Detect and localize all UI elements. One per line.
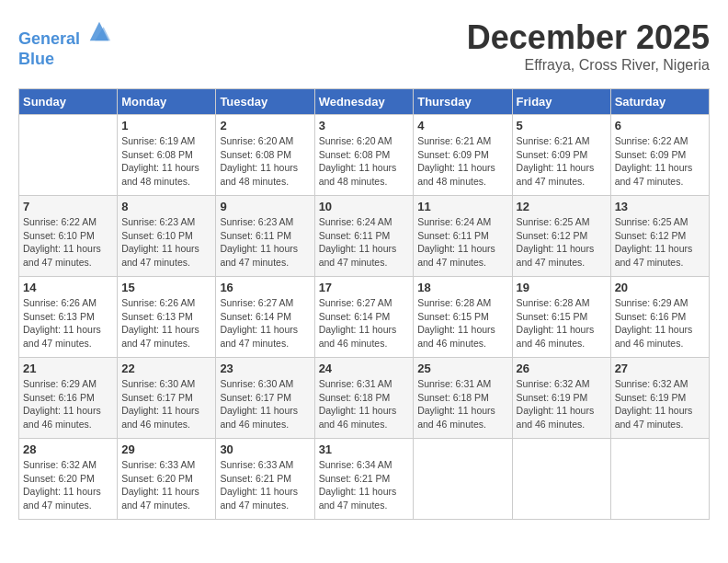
location-title: Effraya, Cross River, Nigeria [467,57,710,74]
day-info: Sunrise: 6:30 AM Sunset: 6:17 PM Dayligh… [121,377,211,431]
logo-general: General [18,29,80,48]
title-area: December 2025 Effraya, Cross River, Nige… [467,18,710,74]
weekday-header-cell: Thursday [414,89,512,115]
day-number: 26 [517,362,607,375]
calendar-cell: 11Sunrise: 6:24 AM Sunset: 6:11 PM Dayli… [414,196,512,277]
calendar-cell: 19Sunrise: 6:28 AM Sunset: 6:15 PM Dayli… [512,277,610,358]
calendar-week-row: 14Sunrise: 6:26 AM Sunset: 6:13 PM Dayli… [19,277,710,358]
calendar-week-row: 1Sunrise: 6:19 AM Sunset: 6:08 PM Daylig… [19,115,710,196]
day-info: Sunrise: 6:34 AM Sunset: 6:21 PM Dayligh… [319,458,410,512]
day-number: 29 [121,442,211,456]
day-info: Sunrise: 6:28 AM Sunset: 6:15 PM Dayligh… [417,296,507,350]
calendar-cell: 27Sunrise: 6:32 AM Sunset: 6:19 PM Dayli… [610,358,709,439]
calendar-week-row: 28Sunrise: 6:32 AM Sunset: 6:20 PM Dayli… [19,439,710,520]
day-info: Sunrise: 6:22 AM Sunset: 6:10 PM Dayligh… [23,215,113,270]
calendar-week-row: 21Sunrise: 6:29 AM Sunset: 6:16 PM Dayli… [19,358,710,439]
weekday-header-cell: Monday [118,89,216,115]
day-info: Sunrise: 6:27 AM Sunset: 6:14 PM Dayligh… [220,296,310,350]
day-number: 21 [23,362,113,375]
day-info: Sunrise: 6:33 AM Sunset: 6:20 PM Dayligh… [121,458,211,512]
calendar-cell [512,439,610,520]
day-number: 23 [220,362,310,375]
day-info: Sunrise: 6:25 AM Sunset: 6:12 PM Dayligh… [615,215,705,270]
day-info: Sunrise: 6:20 AM Sunset: 6:08 PM Dayligh… [319,134,410,189]
calendar-week-row: 7Sunrise: 6:22 AM Sunset: 6:10 PM Daylig… [19,196,710,277]
day-info: Sunrise: 6:29 AM Sunset: 6:16 PM Dayligh… [23,377,113,431]
calendar-cell: 16Sunrise: 6:27 AM Sunset: 6:14 PM Dayli… [216,277,314,358]
day-number: 13 [615,200,705,213]
calendar-cell: 2Sunrise: 6:20 AM Sunset: 6:08 PM Daylig… [216,115,314,196]
logo-icon [86,18,112,44]
day-info: Sunrise: 6:24 AM Sunset: 6:11 PM Dayligh… [319,215,410,270]
calendar-cell: 31Sunrise: 6:34 AM Sunset: 6:21 PM Dayli… [314,439,414,520]
calendar-cell [414,439,512,520]
day-info: Sunrise: 6:33 AM Sunset: 6:21 PM Dayligh… [220,458,310,512]
calendar-cell: 21Sunrise: 6:29 AM Sunset: 6:16 PM Dayli… [19,358,118,439]
day-number: 7 [23,200,113,213]
day-number: 22 [121,362,211,375]
day-info: Sunrise: 6:26 AM Sunset: 6:13 PM Dayligh… [23,296,113,350]
day-info: Sunrise: 6:21 AM Sunset: 6:09 PM Dayligh… [417,134,507,189]
logo-blue: Blue [18,50,54,68]
month-title: December 2025 [467,18,710,57]
calendar-table: SundayMondayTuesdayWednesdayThursdayFrid… [18,88,710,520]
calendar-cell: 14Sunrise: 6:26 AM Sunset: 6:13 PM Dayli… [19,277,118,358]
day-number: 27 [615,362,705,375]
day-info: Sunrise: 6:28 AM Sunset: 6:15 PM Dayligh… [517,296,607,350]
calendar-cell: 29Sunrise: 6:33 AM Sunset: 6:20 PM Dayli… [118,439,216,520]
calendar-cell: 12Sunrise: 6:25 AM Sunset: 6:12 PM Dayli… [512,196,610,277]
day-number: 19 [517,281,607,294]
day-info: Sunrise: 6:19 AM Sunset: 6:08 PM Dayligh… [121,134,211,189]
weekday-header-cell: Saturday [610,89,709,115]
weekday-header-cell: Tuesday [216,89,314,115]
calendar-cell: 25Sunrise: 6:31 AM Sunset: 6:18 PM Dayli… [414,358,512,439]
day-number: 25 [417,362,507,375]
day-number: 20 [615,281,705,294]
day-number: 6 [615,119,705,132]
calendar-cell [610,439,709,520]
day-info: Sunrise: 6:22 AM Sunset: 6:09 PM Dayligh… [615,134,705,189]
day-number: 28 [23,442,113,456]
day-info: Sunrise: 6:29 AM Sunset: 6:16 PM Dayligh… [615,296,705,350]
calendar-cell: 17Sunrise: 6:27 AM Sunset: 6:14 PM Dayli… [314,277,414,358]
calendar-cell: 24Sunrise: 6:31 AM Sunset: 6:18 PM Dayli… [314,358,414,439]
day-info: Sunrise: 6:23 AM Sunset: 6:10 PM Dayligh… [121,215,211,270]
calendar-cell: 10Sunrise: 6:24 AM Sunset: 6:11 PM Dayli… [314,196,414,277]
day-number: 31 [319,442,410,456]
day-number: 18 [417,281,507,294]
calendar-cell: 30Sunrise: 6:33 AM Sunset: 6:21 PM Dayli… [216,439,314,520]
weekday-header-cell: Sunday [19,89,118,115]
day-info: Sunrise: 6:27 AM Sunset: 6:14 PM Dayligh… [319,296,410,350]
calendar-cell [19,115,118,196]
day-number: 9 [220,200,310,213]
day-info: Sunrise: 6:23 AM Sunset: 6:11 PM Dayligh… [220,215,310,270]
day-info: Sunrise: 6:31 AM Sunset: 6:18 PM Dayligh… [319,377,410,431]
day-number: 16 [220,281,310,294]
day-number: 11 [417,200,507,213]
day-number: 14 [23,281,113,294]
day-number: 2 [220,119,310,132]
day-number: 24 [319,362,410,375]
calendar-cell: 4Sunrise: 6:21 AM Sunset: 6:09 PM Daylig… [414,115,512,196]
day-number: 15 [121,281,211,294]
calendar-cell: 9Sunrise: 6:23 AM Sunset: 6:11 PM Daylig… [216,196,314,277]
day-number: 12 [517,200,607,213]
day-info: Sunrise: 6:21 AM Sunset: 6:09 PM Dayligh… [517,134,607,189]
day-number: 10 [319,200,410,213]
day-info: Sunrise: 6:25 AM Sunset: 6:12 PM Dayligh… [517,215,607,270]
day-number: 4 [417,119,507,132]
calendar-cell: 5Sunrise: 6:21 AM Sunset: 6:09 PM Daylig… [512,115,610,196]
day-info: Sunrise: 6:32 AM Sunset: 6:19 PM Dayligh… [615,377,705,431]
day-info: Sunrise: 6:31 AM Sunset: 6:18 PM Dayligh… [417,377,507,431]
day-info: Sunrise: 6:32 AM Sunset: 6:19 PM Dayligh… [517,377,607,431]
day-info: Sunrise: 6:32 AM Sunset: 6:20 PM Dayligh… [23,458,113,512]
calendar-cell: 8Sunrise: 6:23 AM Sunset: 6:10 PM Daylig… [118,196,216,277]
day-info: Sunrise: 6:30 AM Sunset: 6:17 PM Dayligh… [220,377,310,431]
calendar-cell: 1Sunrise: 6:19 AM Sunset: 6:08 PM Daylig… [118,115,216,196]
calendar-cell: 18Sunrise: 6:28 AM Sunset: 6:15 PM Dayli… [414,277,512,358]
day-info: Sunrise: 6:26 AM Sunset: 6:13 PM Dayligh… [121,296,211,350]
calendar-cell: 7Sunrise: 6:22 AM Sunset: 6:10 PM Daylig… [19,196,118,277]
calendar-cell: 15Sunrise: 6:26 AM Sunset: 6:13 PM Dayli… [118,277,216,358]
day-number: 30 [220,442,310,456]
day-info: Sunrise: 6:24 AM Sunset: 6:11 PM Dayligh… [417,215,507,270]
